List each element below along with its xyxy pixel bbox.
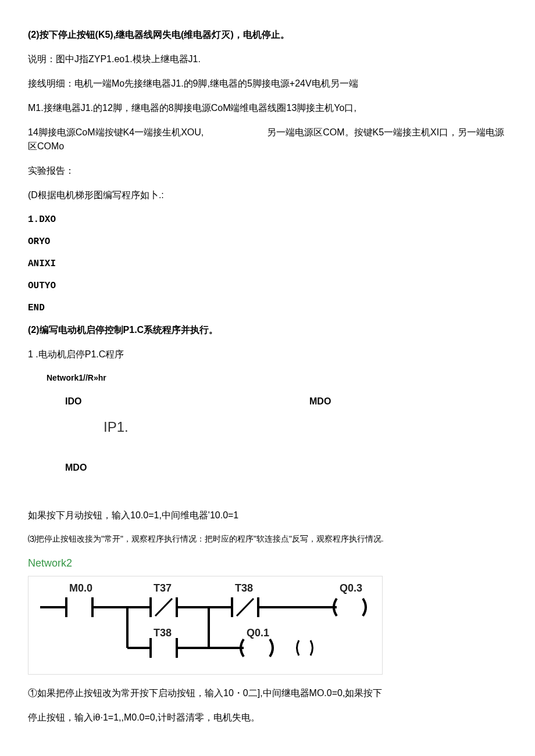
paragraph-wiring3: 14脚接电源CoM端按键K4一端接生机XOU, 另一端电源区COM。按键K5一端…	[28, 126, 507, 153]
network1-label: Network1//R»hr	[47, 372, 507, 384]
paragraph-d: (D根据电机梯形图编写程序如卜.:	[28, 188, 507, 202]
text: (2)按下停止按钮(K5),继电器线网失电(维电器灯灭)，电机停止。	[28, 30, 290, 40]
paragraph-step2: (2)按下停止按钮(K5),继电器线网失电(维电器灯灭)，电机停止。	[28, 28, 507, 42]
paragraph-result1: ①如果把停止按钮改为常开按下启动按钮，输入10・0二],中间继电器MO.0=0,…	[28, 686, 507, 700]
mdo-label-2: MDO	[65, 461, 507, 475]
code-line-1: 1.DXO	[28, 213, 507, 227]
spacer	[28, 485, 507, 508]
text: 14脚接电源CoM端按键K4一端接生机XOU,	[28, 127, 204, 137]
paragraph-stop-change: ⑶把停止按钮改接为"常开"，观察程序执行情况：把时应的程序"软连接点"反写，观察…	[28, 533, 507, 545]
paragraph-if-press: 如果按下月动按钮，输入10.0=1,中间维电器'10.0=1	[28, 508, 507, 522]
paragraph-explain: 说明：图中J指ZYP1.eo1.模块上继电器J1.	[28, 52, 507, 66]
paragraph-prog1: 1 .电动机启停P1.C程序	[28, 347, 507, 361]
mdo-label: MDO	[309, 395, 507, 409]
ip1-label: IP1.	[104, 417, 507, 438]
label-t38b: T38	[154, 627, 172, 639]
code-line-5: END	[28, 301, 507, 315]
io-row: IDO MDO	[28, 395, 507, 409]
ido-label: IDO	[65, 395, 309, 409]
label-q01: Q0.1	[247, 627, 269, 639]
label-t38a: T38	[235, 582, 253, 594]
label-q03: Q0.3	[340, 582, 362, 594]
paragraph-step2b: (2)编写电动机启停控制P1.C系统程序并执行。	[28, 323, 507, 337]
ladder-svg: M0.0 T37 T38 Q0.3 T38 Q0.1	[34, 581, 377, 668]
paragraph-wiring2: M1.接继电器J1.的12脚，继电器的8脚接电源CoM端维电器线圈13脚接主机Y…	[28, 101, 507, 115]
text: (2)编写电动机启停控制P1.C系统程序并执行。	[28, 325, 218, 335]
code-line-2: ORYO	[28, 235, 507, 249]
code-line-3: ANIXI	[28, 257, 507, 271]
label-m00: M0.0	[69, 582, 92, 594]
paragraph-wiring1: 接线明细：电机一端Mo先接继电器J1.的9脚,继电器的5脚接电源+24V电机另一…	[28, 77, 507, 91]
network2-label: Network2	[28, 556, 507, 571]
svg-line-14	[237, 599, 254, 616]
paragraph-result2: 停止按钮，输入iθ·1=1,,M0.0=0,计时器清零，电机失电。	[28, 711, 507, 725]
svg-line-8	[155, 599, 172, 616]
ladder-diagram: M0.0 T37 T38 Q0.3 T38 Q0.1	[28, 576, 383, 675]
label-t37: T37	[154, 582, 172, 594]
code-line-4: OUTYO	[28, 279, 507, 293]
paragraph-report: 实验报告：	[28, 164, 507, 178]
